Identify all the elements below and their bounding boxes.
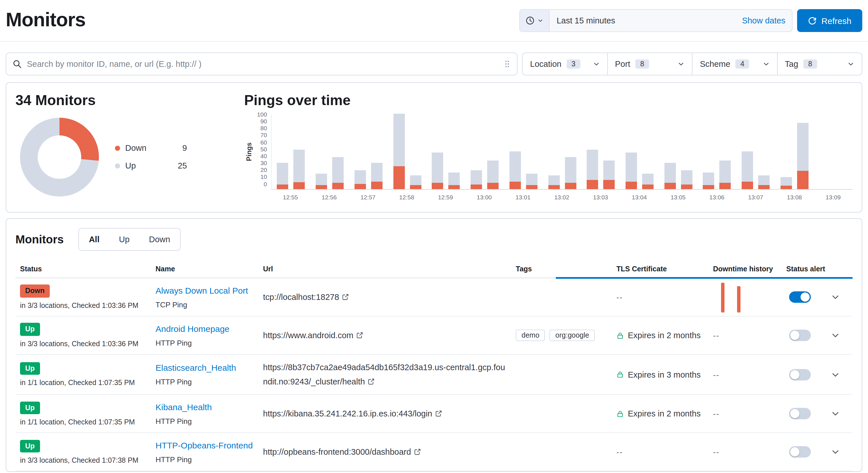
checked-text: in 3/3 locations, Checked 1:07:38 PM: [20, 457, 146, 465]
ping-bar: [509, 151, 521, 189]
alert-cell: [782, 324, 818, 347]
url-text: tcp://localhost:18278: [263, 292, 339, 301]
ping-bar: [432, 153, 443, 189]
ping-bar: [780, 177, 792, 189]
filter-scheme[interactable]: Scheme 4: [692, 53, 777, 75]
y-axis-label: Pings: [244, 114, 254, 190]
status-filter-tabs: AllUpDown: [79, 228, 180, 251]
expand-cell: [818, 401, 852, 427]
external-link-icon[interactable]: [342, 293, 349, 300]
y-tick-label: 10: [260, 174, 267, 180]
legend-dot: [115, 163, 120, 169]
status-alert-toggle[interactable]: [789, 330, 811, 341]
checked-text: in 3/3 locations, Checked 1:03:36 PM: [20, 340, 146, 348]
ping-bar: [371, 163, 382, 189]
chevron-down-icon: [847, 61, 854, 67]
checked-text: in 1/1 location, Checked 1:07:35 PM: [20, 418, 146, 426]
tag-badge[interactable]: org:google: [550, 330, 595, 341]
legend-item-down[interactable]: Down 9: [115, 144, 187, 153]
column-header-status: Status: [16, 265, 151, 273]
expand-row-button[interactable]: [829, 290, 842, 304]
tag-badge[interactable]: demo: [516, 330, 545, 341]
ping-bar: [758, 175, 770, 189]
refresh-button[interactable]: Refresh: [797, 9, 862, 32]
filter-label: Tag: [785, 59, 798, 69]
bar-group: [542, 114, 581, 189]
bar-group: [582, 114, 620, 189]
external-link-icon[interactable]: [356, 332, 363, 338]
monitor-name-link[interactable]: Kibana_Health: [156, 402, 212, 412]
monitor-name-link[interactable]: HTTP-Opbeans-Frontend: [156, 440, 253, 450]
status-badge: Up: [20, 440, 40, 452]
chevron-down-icon: [831, 370, 840, 379]
chevron-down-icon: [831, 331, 840, 340]
monitor-list-title: Monitors: [16, 233, 64, 246]
monitor-name-link[interactable]: Android Homepage: [156, 324, 229, 333]
monitors-count-title: 34 Monitors: [16, 92, 244, 108]
tab-up[interactable]: Up: [109, 229, 139, 250]
expand-row-button[interactable]: [829, 445, 842, 459]
lock-icon: [616, 410, 624, 417]
tab-down[interactable]: Down: [139, 229, 180, 250]
external-link-icon[interactable]: [435, 410, 442, 417]
downtime-empty: --: [713, 370, 720, 379]
status-donut-chart: [20, 118, 99, 197]
show-dates-button[interactable]: Show dates: [735, 16, 792, 25]
x-tick-label: 13:04: [620, 194, 659, 201]
y-tick-label: 90: [260, 118, 267, 124]
downtime-empty: --: [713, 331, 720, 340]
lock-icon: [616, 332, 624, 339]
name-cell: Kibana_Health HTTP Ping: [151, 397, 258, 431]
url-cell: https://kibana.35.241.242.16.ip.es.io:44…: [258, 401, 511, 427]
filter-group: Location 3 Port 8 Scheme 4 Tag 8: [522, 53, 862, 75]
status-alert-toggle[interactable]: [789, 291, 811, 303]
filter-tag[interactable]: Tag 8: [777, 53, 862, 75]
status-badge: Up: [20, 362, 40, 375]
status-alert-toggle[interactable]: [789, 369, 811, 380]
search-input[interactable]: [27, 59, 499, 69]
tab-all[interactable]: All: [79, 229, 109, 250]
alert-cell: [782, 441, 818, 464]
filter-port[interactable]: Port 8: [607, 53, 692, 75]
downtime-empty: --: [713, 409, 720, 418]
status-badge: Up: [20, 323, 40, 336]
bar-group: [427, 114, 465, 189]
expand-cell: [818, 440, 852, 465]
tags-cell: demoorg:google: [511, 324, 612, 347]
url-text: https://kibana.35.241.242.16.ip.es.io:44…: [263, 409, 432, 418]
chevron-down-icon: [831, 447, 840, 457]
x-tick-label: 13:00: [465, 194, 504, 201]
bar-group: [620, 114, 659, 189]
bar-group: [310, 114, 349, 189]
ping-bar: [526, 174, 537, 189]
tls-cell: Expires in 2 months: [612, 325, 709, 346]
monitor-name-link[interactable]: Elasticsearch_Health: [156, 363, 236, 372]
time-quick-select-button[interactable]: [520, 10, 550, 31]
ping-bar: [703, 172, 714, 189]
status-alert-toggle[interactable]: [789, 446, 811, 458]
chevron-down-icon: [678, 61, 684, 67]
status-alert-toggle[interactable]: [789, 408, 811, 419]
legend-dot: [115, 146, 120, 151]
status-cell: Up in 3/3 locations, Checked 1:03:36 PM: [16, 317, 151, 353]
expand-row-button[interactable]: [829, 329, 842, 342]
toggle-knob: [790, 409, 799, 418]
expand-row-button[interactable]: [829, 407, 842, 421]
external-link-icon[interactable]: [414, 448, 421, 455]
query-menu-icon[interactable]: [504, 59, 510, 69]
page-title: Monitors: [6, 8, 86, 31]
external-link-icon[interactable]: [368, 378, 375, 385]
toggle-knob: [790, 331, 799, 340]
legend-value: 9: [182, 144, 187, 153]
column-header-tags: Tags: [511, 265, 612, 273]
url-text: https://8b37cb7ca2ae49ada54db165f32d3a19…: [263, 363, 505, 386]
search-icon: [12, 59, 22, 69]
time-range-value[interactable]: Last 15 minutes: [550, 16, 735, 25]
chevron-down-icon: [538, 18, 544, 24]
monitor-name-link[interactable]: Always Down Local Port: [156, 285, 248, 295]
legend-item-up[interactable]: Up 25: [115, 161, 187, 171]
expand-row-button[interactable]: [829, 368, 842, 381]
filter-location[interactable]: Location 3: [523, 53, 607, 75]
expand-cell: [818, 284, 852, 310]
bar-group: [272, 114, 310, 189]
